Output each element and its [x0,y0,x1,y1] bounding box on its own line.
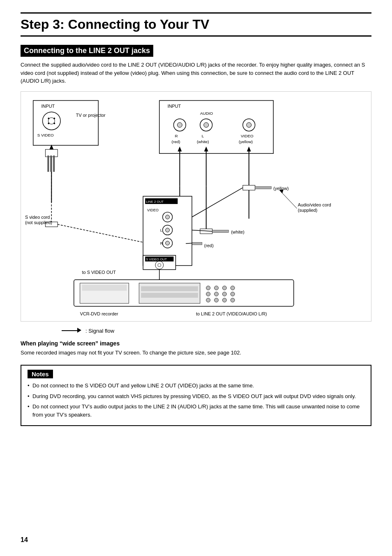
svg-point-88 [214,298,219,302]
signal-flow-legend: : Signal flow [62,328,371,334]
note-item: During DVD recording, you cannot watch V… [28,392,364,401]
svg-text:(white): (white) [197,139,209,144]
sub-body-text: Some recorded images may not fit your TV… [21,349,371,357]
sub-heading: When playing “wide screen” images [21,340,371,347]
svg-point-14 [177,122,182,127]
svg-point-92 [231,286,235,290]
svg-text:R: R [160,241,163,246]
svg-text:(yellow): (yellow) [239,139,253,144]
svg-text:S video cord: S video cord [25,214,50,219]
svg-text:VCR-DVD recorder: VCR-DVD recorder [80,311,118,316]
svg-point-4 [48,118,49,119]
body-text: Connect the supplied audio/video cord to… [21,61,371,85]
svg-text:R: R [175,133,178,138]
note-item: Do not connect your TV’s audio output ja… [28,403,364,419]
svg-rect-46 [255,186,272,189]
svg-text:(not supplied): (not supplied) [25,220,52,225]
notes-box: Notes Do not connect to the S VIDEO OUT … [21,365,371,426]
svg-rect-36 [53,155,55,172]
svg-point-20 [247,122,251,127]
svg-text:S VIDEO OUT: S VIDEO OUT [146,257,167,261]
svg-point-7 [53,122,55,124]
svg-point-85 [206,298,210,302]
svg-text:L: L [160,228,162,232]
svg-point-6 [48,122,49,124]
svg-point-69 [166,241,170,245]
notes-title: Notes [28,370,53,378]
svg-rect-79 [82,285,127,291]
svg-point-86 [214,286,219,290]
svg-text:to LINE 2 OUT (VIDEO/AUDIO L/R: to LINE 2 OUT (VIDEO/AUDIO L/R) [196,311,267,316]
svg-point-5 [53,118,55,119]
svg-line-97 [192,188,243,217]
notes-list: Do not connect to the S VIDEO OUT and ye… [28,382,364,419]
svg-rect-49 [212,230,229,232]
svg-point-84 [206,292,210,296]
svg-text:to S VIDEO OUT: to S VIDEO OUT [82,270,116,275]
svg-point-89 [222,286,226,290]
svg-text:AUDIO: AUDIO [200,111,213,116]
svg-text:TV or projector: TV or projector [76,113,106,118]
svg-point-66 [166,228,170,232]
svg-point-83 [206,286,210,290]
svg-text:Audio/video cord: Audio/video cord [298,202,331,207]
svg-rect-35 [50,155,52,172]
svg-rect-81 [141,286,198,291]
svg-point-87 [214,292,219,296]
page-number: 14 [21,536,28,544]
page-title: Step 3: Connecting to Your TV [21,12,371,37]
svg-text:(white): (white) [231,229,244,234]
diagram-container: INPUT S VIDEO TV or projector INPUT AUDI… [21,91,371,322]
note-item: Do not connect to the S VIDEO OUT and ye… [28,382,364,390]
svg-line-99 [186,243,192,243]
svg-text:(red): (red) [172,139,180,144]
svg-point-94 [231,298,235,302]
svg-point-90 [222,292,226,296]
svg-line-39 [58,224,143,242]
svg-text:LINE 2 OUT: LINE 2 OUT [146,200,164,204]
svg-text:VIDEO: VIDEO [147,208,159,212]
svg-text:S VIDEO: S VIDEO [37,132,54,137]
svg-rect-34 [47,155,49,172]
svg-text:INPUT: INPUT [42,104,55,109]
connection-diagram: INPUT S VIDEO TV or projector INPUT AUDI… [21,92,371,321]
svg-rect-82 [141,293,198,298]
svg-point-93 [231,292,235,296]
svg-text:(red): (red) [204,243,214,248]
svg-text:L: L [202,133,204,138]
svg-point-17 [204,122,209,127]
svg-point-91 [222,298,226,302]
svg-text:INPUT: INPUT [168,104,181,109]
svg-point-63 [166,215,170,219]
section-heading: Connecting to the LINE 2 OUT jacks [21,45,153,57]
svg-rect-45 [243,185,255,190]
svg-text:VIDEO: VIDEO [241,133,254,138]
svg-text:(supplied): (supplied) [298,207,318,212]
